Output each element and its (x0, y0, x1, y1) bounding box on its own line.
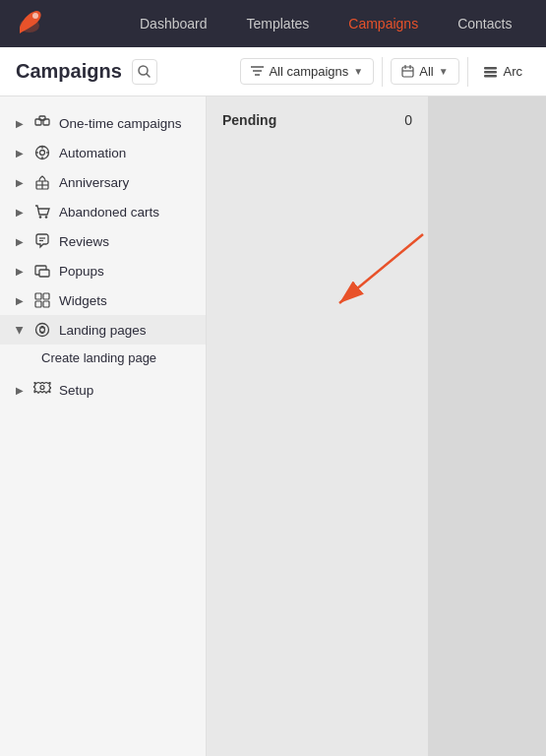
svg-rect-11 (484, 67, 497, 70)
svg-rect-13 (484, 75, 497, 78)
anniversary-icon (33, 174, 51, 190)
expand-arrow-icon: ▶ (16, 118, 24, 129)
sidebar-item-landing-pages-label: Landing pages (59, 323, 147, 338)
automation-icon (33, 145, 51, 160)
arc-filter-label: Arc (504, 64, 523, 79)
chevron-down-icon: ▼ (353, 66, 363, 77)
pending-col-title: Pending (222, 112, 276, 128)
sidebar-item-landing-pages[interactable]: ▶ Landing pages (0, 315, 206, 345)
svg-point-38 (40, 386, 44, 390)
svg-rect-7 (402, 67, 413, 77)
sidebar-item-setup[interactable]: ▶ Setup (0, 375, 206, 405)
cart-icon (33, 204, 51, 220)
page-header: Campaigns All campaigns ▼ All ▼ (0, 47, 546, 96)
filter-lines-icon (251, 66, 264, 77)
create-landing-page-label: Create landing page (41, 350, 156, 365)
landing-pages-icon (33, 322, 51, 338)
svg-line-3 (147, 74, 150, 77)
campaigns-filter[interactable]: All campaigns ▼ (240, 58, 374, 85)
svg-point-36 (36, 324, 49, 337)
search-button[interactable] (132, 59, 157, 85)
content-area: Pending 0 (207, 96, 546, 756)
sidebar-item-widgets-label: Widgets (59, 293, 107, 308)
nav-contacts[interactable]: Contacts (438, 0, 531, 47)
arc-label: Arc (476, 59, 530, 84)
sidebar-item-anniversary-label: Anniversary (59, 175, 129, 190)
expand-arrow-icon-9: ▶ (16, 385, 24, 396)
chevron-down-icon-2: ▼ (439, 66, 449, 77)
sidebar-item-automation[interactable]: ▶ Automation (0, 138, 206, 167)
widgets-icon (33, 292, 51, 308)
search-icon (138, 65, 151, 78)
header-filters: All campaigns ▼ All ▼ Arc (240, 57, 530, 87)
svg-rect-31 (39, 270, 49, 277)
sidebar-item-reviews[interactable]: ▶ Reviews (0, 226, 206, 256)
sidebar-item-abandoned-carts[interactable]: ▶ Abandoned carts (0, 197, 206, 226)
sidebar-item-abandoned-carts-label: Abandoned carts (59, 205, 159, 220)
content-col-right (428, 96, 546, 756)
content-columns: Pending 0 (207, 96, 546, 756)
sidebar-item-widgets[interactable]: ▶ Widgets (0, 285, 206, 315)
expand-arrow-icon-2: ▶ (16, 148, 24, 158)
sidebar-item-one-time-campaigns-label: One-time campaigns (59, 116, 182, 131)
expand-arrow-icon-5: ▶ (16, 236, 24, 247)
content-pending-col: Pending 0 (207, 96, 428, 756)
date-filter-label: All (419, 64, 433, 79)
date-filter[interactable]: All ▼ (391, 58, 458, 85)
filter-divider-1 (382, 57, 383, 87)
filter-divider-2 (467, 57, 468, 87)
col-header: Pending 0 (222, 112, 412, 128)
nav-templates[interactable]: Templates (227, 0, 330, 47)
sidebar: ▶ One-time campaigns ▶ Automation ▶ (0, 96, 207, 756)
logo-icon (12, 6, 47, 41)
nav-dashboard[interactable]: Dashboard (120, 0, 227, 47)
svg-point-18 (40, 151, 45, 156)
sidebar-item-popups-label: Popups (59, 264, 104, 279)
main-layout: ▶ One-time campaigns ▶ Automation ▶ (0, 96, 546, 756)
svg-rect-35 (43, 301, 49, 307)
pending-col-count: 0 (404, 112, 412, 128)
reviews-icon (33, 233, 51, 249)
expand-arrow-icon-4: ▶ (16, 207, 24, 218)
nav-campaigns[interactable]: Campaigns (329, 0, 438, 47)
setup-icon (33, 382, 51, 398)
expand-arrow-icon-7: ▶ (16, 295, 24, 306)
svg-point-1 (32, 13, 38, 19)
sidebar-item-one-time-campaigns[interactable]: ▶ One-time campaigns (0, 108, 206, 138)
page-title: Campaigns (16, 60, 122, 83)
expand-arrow-icon-6: ▶ (16, 266, 24, 277)
svg-point-26 (39, 216, 42, 219)
svg-rect-32 (35, 293, 41, 299)
sidebar-item-anniversary[interactable]: ▶ Anniversary (0, 167, 206, 197)
sidebar-subitem-create-landing-page[interactable]: Create landing page (0, 345, 206, 371)
calendar-icon (401, 65, 414, 78)
expand-arrow-icon-3: ▶ (16, 177, 24, 188)
nav-links: Dashboard Templates Campaigns Contacts (120, 0, 534, 47)
svg-rect-34 (35, 301, 41, 307)
svg-rect-33 (43, 293, 49, 299)
campaigns-filter-label: All campaigns (269, 64, 348, 79)
svg-point-27 (45, 216, 48, 219)
top-nav: Dashboard Templates Campaigns Contacts (0, 0, 546, 47)
svg-rect-12 (484, 71, 497, 74)
logo-area[interactable] (12, 6, 61, 41)
svg-rect-16 (39, 116, 45, 120)
expand-arrow-icon-8: ▶ (15, 326, 26, 334)
list-icon (484, 67, 497, 78)
sidebar-item-setup-label: Setup (59, 383, 93, 398)
campaigns-icon (33, 115, 51, 131)
popup-icon (33, 263, 51, 279)
sidebar-item-reviews-label: Reviews (59, 234, 109, 249)
sidebar-item-automation-label: Automation (59, 146, 126, 160)
sidebar-item-popups[interactable]: ▶ Popups (0, 256, 206, 285)
svg-point-37 (40, 328, 45, 333)
